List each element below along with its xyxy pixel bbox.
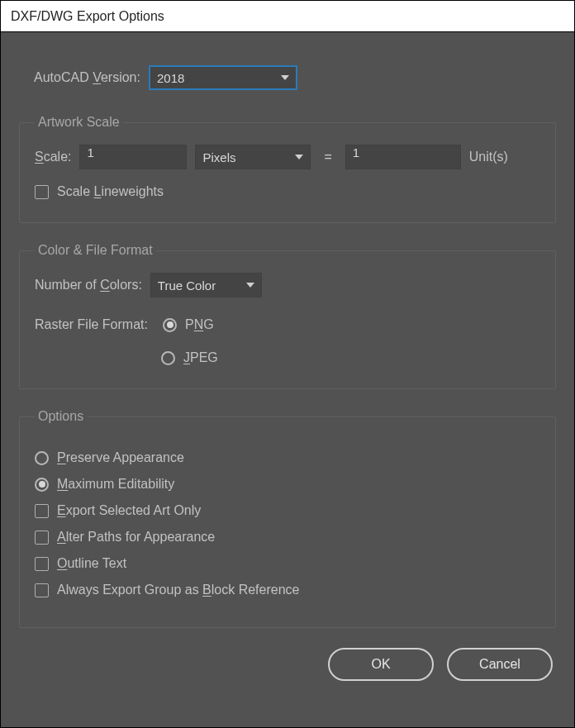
alter-paths-label: Alter Paths for Appearance (57, 530, 215, 545)
autocad-version-label: AutoCAD Version: (34, 70, 140, 85)
autocad-version-value: 2018 (157, 71, 184, 85)
block-reference-checkbox[interactable]: Always Export Group as Block Reference (35, 583, 540, 597)
radio-icon (161, 351, 175, 365)
checkbox-icon (35, 557, 49, 571)
radio-icon (35, 451, 49, 465)
scale-lineweights-label: Scale Lineweights (57, 184, 164, 199)
color-file-format-group: Color & File Format Number of Colors: Tr… (19, 243, 556, 389)
scale-unit-select[interactable]: Pixels (195, 145, 311, 169)
chevron-down-icon (295, 155, 303, 159)
units-input[interactable]: 1 (345, 145, 461, 169)
raster-file-format-label: Raster File Format: (35, 317, 154, 332)
ok-button[interactable]: OK (328, 648, 434, 681)
block-reference-label: Always Export Group as Block Reference (57, 583, 299, 597)
outline-text-label: Outline Text (57, 556, 126, 571)
raster-jpeg-radio[interactable]: JPEG (161, 350, 218, 365)
maximum-editability-radio[interactable]: Maximum Editability (35, 477, 540, 492)
scale-lineweights-checkbox[interactable]: Scale Lineweights (35, 184, 540, 199)
radio-icon (163, 318, 177, 332)
options-group: Options Preserve Appearance Maximum Edit… (19, 409, 556, 628)
checkbox-icon (35, 185, 49, 199)
maximum-editability-label: Maximum Editability (57, 477, 174, 492)
equals-label: = (319, 150, 336, 164)
autocad-version-row: AutoCAD Version: 2018 (34, 65, 556, 90)
dialog-body: AutoCAD Version: 2018 Artwork Scale Scal… (1, 32, 574, 728)
chevron-down-icon (246, 283, 254, 288)
number-of-colors-label: Number of Colors: (35, 278, 142, 293)
dialog-buttons: OK Cancel (19, 648, 556, 681)
scale-label: Scale: (35, 150, 71, 164)
checkbox-icon (35, 583, 49, 597)
options-legend: Options (35, 409, 87, 424)
raster-jpeg-label: JPEG (183, 350, 218, 365)
artwork-scale-group: Artwork Scale Scale: 1 Pixels = 1 Unit(s… (19, 115, 556, 223)
checkbox-icon (35, 504, 49, 518)
autocad-version-select[interactable]: 2018 (149, 65, 297, 90)
color-file-format-legend: Color & File Format (35, 243, 156, 258)
export-selected-label: Export Selected Art Only (57, 503, 201, 518)
checkbox-icon (35, 531, 49, 545)
units-label: Unit(s) (469, 150, 508, 164)
alter-paths-checkbox[interactable]: Alter Paths for Appearance (35, 530, 540, 545)
radio-icon (35, 478, 49, 492)
scale-unit-value: Pixels (202, 150, 235, 164)
export-selected-checkbox[interactable]: Export Selected Art Only (35, 503, 540, 518)
chevron-down-icon (281, 75, 289, 80)
window-title: DXF/DWG Export Options (1, 1, 574, 32)
cancel-button[interactable]: Cancel (447, 648, 553, 681)
scale-input[interactable]: 1 (79, 145, 187, 169)
raster-png-radio[interactable]: PNG (163, 317, 214, 332)
number-of-colors-select[interactable]: True Color (150, 273, 262, 297)
preserve-appearance-label: Preserve Appearance (57, 450, 184, 465)
number-of-colors-value: True Color (158, 278, 216, 293)
artwork-scale-legend: Artwork Scale (35, 115, 123, 130)
raster-png-label: PNG (185, 317, 214, 332)
preserve-appearance-radio[interactable]: Preserve Appearance (35, 450, 540, 465)
outline-text-checkbox[interactable]: Outline Text (35, 556, 540, 571)
